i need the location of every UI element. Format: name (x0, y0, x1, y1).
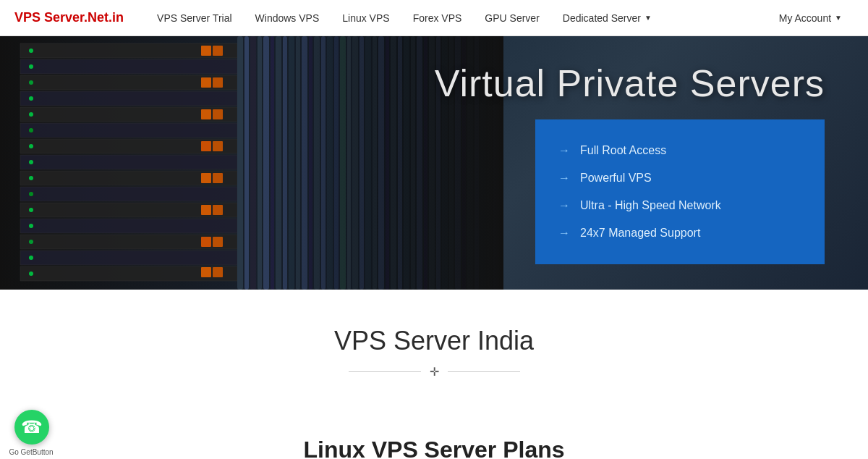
divider-right (448, 371, 520, 372)
hero-section: Virtual Private Servers →Full Root Acces… (0, 36, 868, 290)
nav-links: VPS Server TrialWindows VPSLinux VPSFore… (145, 0, 767, 36)
feature-arrow: → (558, 172, 570, 185)
nav-right: My Account ▼ (767, 0, 854, 36)
dedicated-server-dropdown-icon: ▼ (644, 14, 652, 22)
nav-link-windows-vps[interactable]: Windows VPS (244, 0, 331, 36)
plans-section: Linux VPS Server Plans Ultra fast VPS Se… (0, 422, 868, 459)
vps-india-title: VPS Server India (14, 326, 854, 356)
section-divider: ✛ (14, 365, 854, 379)
feature-text: Powerful VPS (580, 172, 652, 185)
nav-link-linux-vps[interactable]: Linux VPS (331, 0, 401, 36)
hero-feature-item: →24x7 Managed Support (558, 219, 801, 247)
my-account-dropdown-icon: ▼ (835, 14, 842, 22)
feature-arrow: → (558, 144, 570, 157)
navbar: VPS Server.Net.in VPS Server TrialWindow… (0, 0, 868, 36)
divider-icon: ✛ (430, 365, 439, 379)
hero-content: Virtual Private Servers →Full Root Acces… (391, 36, 868, 290)
feature-arrow: → (558, 227, 570, 240)
site-brand[interactable]: VPS Server.Net.in (14, 10, 124, 25)
hero-title: Virtual Private Servers (435, 62, 825, 105)
nav-link-vps-server-trial[interactable]: VPS Server Trial (145, 0, 243, 36)
my-account-label: My Account (779, 12, 831, 24)
nav-link-dedicated-server[interactable]: Dedicated Server ▼ (551, 0, 663, 36)
feature-text: Ultra - High Speed Network (580, 199, 721, 212)
whatsapp-icon: ☎ (21, 417, 43, 437)
vps-india-section: VPS Server India ✛ (0, 290, 868, 422)
feature-text: Full Root Access (580, 144, 666, 157)
plans-title: Linux VPS Server Plans (14, 437, 854, 459)
feature-text: 24x7 Managed Support (580, 227, 700, 240)
nav-link-gpu-server[interactable]: GPU Server (473, 0, 550, 36)
hero-feature-item: →Full Root Access (558, 137, 801, 164)
whatsapp-button[interactable]: ☎ (14, 410, 49, 445)
divider-left (349, 371, 421, 372)
hero-feature-item: →Powerful VPS (558, 164, 801, 192)
feature-arrow: → (558, 199, 570, 212)
my-account-link[interactable]: My Account ▼ (767, 0, 854, 36)
whatsapp-label: Go GetButton (6, 448, 56, 456)
hero-feature-item: →Ultra - High Speed Network (558, 192, 801, 219)
hero-features-box: →Full Root Access→Powerful VPS→Ultra - H… (535, 119, 825, 264)
nav-link-forex-vps[interactable]: Forex VPS (401, 0, 474, 36)
